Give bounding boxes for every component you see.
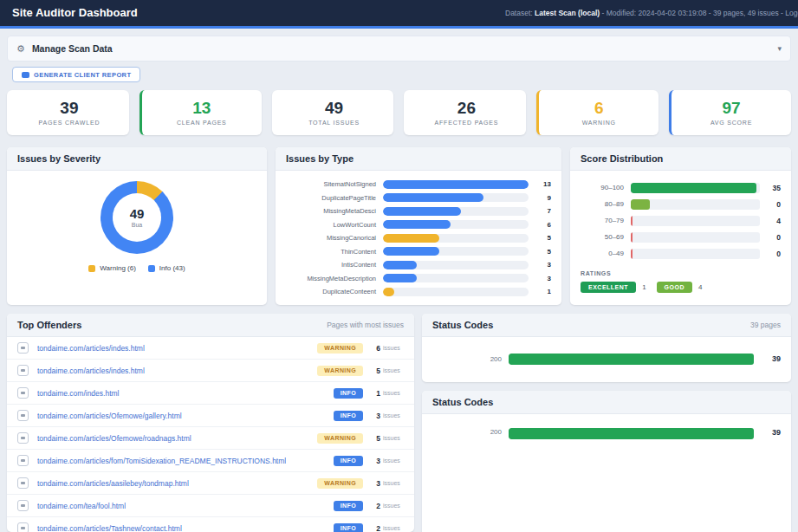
panel-title: Status Codes <box>432 397 493 407</box>
offender-page-link[interactable]: tondaime.com/indes.html <box>37 389 120 398</box>
score-range-label: 50–69 <box>581 233 631 241</box>
panel-title: Score Distribution <box>581 153 663 164</box>
dataset-value: Latest Scan (local) <box>535 9 600 17</box>
severity-badge-warning: WARNING <box>317 343 363 354</box>
type-bar-row: DuplicatePageTitle9 <box>286 191 551 205</box>
issues-by-type-chart: SitematNotSigned13DuplicatePageTitle9Mis… <box>276 171 561 299</box>
severity-chart-body: 49 Bua Warning (6)Info (43) <box>7 171 267 272</box>
status-codes-panel-1: Status Codes 39 pages 200 39 <box>422 314 791 382</box>
badge-wrap: INFO <box>301 501 363 511</box>
status-codes-panel-2: Status Codes 200 39 <box>422 391 791 532</box>
issues-label: issues <box>383 503 404 509</box>
bar-value: 5 <box>529 234 551 242</box>
stat-value: 49 <box>325 100 343 116</box>
offender-row: tondaime.com/tea/fool.htmlINFO2issues <box>7 495 414 517</box>
donut-total: 49 <box>130 207 145 220</box>
meta-text: - Modified: 2024-04-02 03:19:08 - 39 pag… <box>602 9 798 17</box>
bar-track <box>383 207 529 216</box>
stat-label: AFFECTED PAGES <box>435 120 499 126</box>
ratings-label: RATINGS <box>581 270 781 276</box>
bar-fill <box>383 261 417 269</box>
severity-badge-info: INFO <box>334 411 363 421</box>
score-bar-row: 70–794 <box>581 212 781 229</box>
pages-count-label: 39 pages <box>750 321 781 329</box>
offender-row: tondaime.com/articles/indes.htmlWARNING5… <box>7 360 414 382</box>
bar-fill <box>383 193 483 202</box>
type-bar-row: ThinContent5 <box>286 245 551 259</box>
offender-row-meta: WARNING5issues <box>301 433 404 444</box>
bar-track <box>631 199 760 210</box>
offender-page-link[interactable]: tondaime.com/tea/fool.html <box>37 502 126 510</box>
ratings-badges: EXCELLENT1GOOD4 <box>581 282 781 293</box>
stat-value: 97 <box>722 100 740 116</box>
bar-track <box>631 216 760 226</box>
type-bar-row: IntisContent3 <box>286 258 551 272</box>
page-icon <box>17 522 29 532</box>
legend-label: Info (43) <box>159 264 185 272</box>
bar-category-label: ThinContent <box>286 248 383 256</box>
offender-page-link[interactable]: tondaime.com/articles/aasilebey/tondmap.… <box>37 479 189 488</box>
score-rows: 90–1003580–89070–79450–6900–490 <box>581 179 781 262</box>
offender-page-link[interactable]: tondaime.com/articles/indes.html <box>37 344 145 353</box>
offender-page-link[interactable]: tondaime.com/articles/Tashnew/contact.ht… <box>37 524 182 532</box>
legend-label: Warning (6) <box>100 264 136 272</box>
type-bar-row: SitematNotSigned13 <box>286 178 551 191</box>
bar-value: 13 <box>529 180 551 188</box>
panel-header: Top Offenders Pages with most issues <box>7 314 414 337</box>
issues-label: issues <box>383 480 404 486</box>
ratings-section: RATINGS EXCELLENT1GOOD4 <box>581 270 781 293</box>
bar-value: 4 <box>760 217 781 225</box>
severity-badge-info: INFO <box>334 388 363 399</box>
stat-card-clean-pages: 13CLEAN PAGES <box>139 90 262 135</box>
badge-wrap: INFO <box>301 411 363 421</box>
badge-wrap: WARNING <box>301 478 363 489</box>
issue-count: 3 <box>368 479 380 488</box>
severity-badge-info: INFO <box>334 456 363 466</box>
panel-title: Issues by Type <box>286 153 354 164</box>
score-range-label: 80–89 <box>581 200 631 208</box>
issue-count: 3 <box>368 457 380 465</box>
manage-scan-data-accordion[interactable]: ⚙ Manage Scan Data ▾ <box>7 36 791 62</box>
panel-header: Status Codes 39 pages <box>422 314 791 337</box>
issue-count: 2 <box>368 524 380 532</box>
status-bar-fill <box>509 354 754 365</box>
bar-category-label: MissingMetaDesci <box>286 207 383 215</box>
page-icon <box>17 342 29 354</box>
page-icon <box>17 365 29 376</box>
bar-fill <box>383 288 394 296</box>
offender-row: tondaime.com/articles/aasilebey/tondmap.… <box>7 472 414 495</box>
legend-item-info: Info (43) <box>148 264 185 272</box>
legend-item-warning: Warning (6) <box>88 264 136 272</box>
bar-track <box>383 274 529 282</box>
offender-page-link[interactable]: tondaime.com/articles/Ofemowe/gallery.ht… <box>37 412 182 420</box>
status-codes-chart: 200 39 <box>422 337 791 380</box>
issue-count: 6 <box>368 344 380 353</box>
issue-count: 3 <box>368 412 380 420</box>
score-bar-row: 90–10035 <box>581 179 781 196</box>
generate-client-report-button[interactable]: GENERATE CLIENT REPORT <box>12 67 140 82</box>
stat-value: 13 <box>192 100 211 116</box>
status-bar-value: 39 <box>762 428 781 437</box>
offender-page-link[interactable]: tondaime.com/articles/Ofemowe/roadnags.h… <box>37 434 191 443</box>
type-bar-row: DuplicateConteent1 <box>286 285 551 299</box>
severity-badge-warning: WARNING <box>317 478 363 489</box>
stat-card-avg-score: 97AVG SCORE <box>669 90 791 135</box>
header-meta: Dataset: Latest Scan (local) - Modified:… <box>505 0 798 26</box>
stat-value: 6 <box>594 100 604 116</box>
donut-center: 49 Bua <box>113 193 161 242</box>
bar-fill <box>631 216 633 226</box>
offender-row-meta: INFO3issues <box>301 411 404 421</box>
stat-card-affected-pages: 26AFFECTED PAGES <box>404 90 526 135</box>
bar-track <box>631 249 760 259</box>
status-bar-fill <box>509 428 754 439</box>
offender-row-meta: WARNING6issues <box>301 343 404 354</box>
stat-card-pages-crawled: 39PAGES CRAWLED <box>7 90 129 135</box>
panel-header: Score Distribution <box>570 147 791 171</box>
offender-page-link[interactable]: tondaime.com/articles/fom/TomiSidexation… <box>37 457 286 465</box>
badge-wrap: INFO <box>301 456 363 466</box>
offender-page-link[interactable]: tondaime.com/articles/indes.html <box>37 367 145 375</box>
issues-by-type-panel: Issues by Type SitematNotSigned13Duplica… <box>276 147 561 305</box>
site-auditor-dashboard: Site Auditor Dashboard Dataset: Latest S… <box>0 0 798 532</box>
stat-card-total-issues: 49TOTAL ISSUES <box>272 90 394 135</box>
offender-row-meta: INFO3issues <box>301 456 404 466</box>
